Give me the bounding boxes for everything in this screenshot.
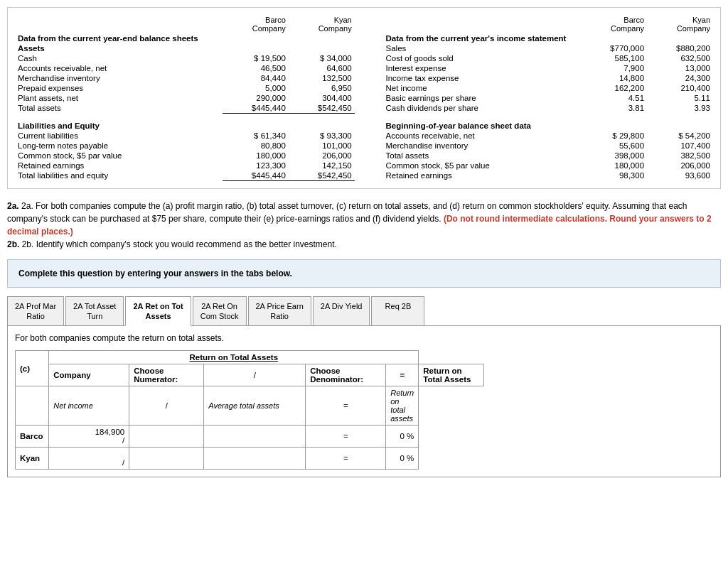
q2b-label: 2b. <box>7 239 19 249</box>
content-area: For both companies compute the return on… <box>7 326 721 477</box>
eps-label: Basic earnings per share <box>383 93 572 103</box>
totalliab-barco: $445,440 <box>223 170 289 181</box>
barco-slash-inline: / <box>122 436 124 445</box>
plant-kyan: 304,400 <box>289 93 355 103</box>
kyan-result-value: 0 <box>400 454 404 462</box>
prepaid-kyan: 6,950 <box>289 83 355 93</box>
prepaid-label: Prepaid expenses <box>15 83 223 93</box>
tab-div-yield[interactable]: 2A Div Yield <box>313 296 370 326</box>
formula-result: Return on total assets <box>386 386 419 426</box>
begin-cs-kyan: 206,000 <box>647 161 713 170</box>
curliab-label: Current liabilities <box>15 131 223 141</box>
instruction-box: Complete this question by entering your … <box>7 259 721 288</box>
kyan-equals: = <box>306 448 386 470</box>
kyan-denominator-input[interactable] <box>208 454 301 462</box>
ar-label: Accounts receivable, net <box>15 63 223 73</box>
kyan-slash-inline: / <box>122 458 124 467</box>
ltnotes-kyan: 101,000 <box>289 141 355 151</box>
begin-ar-barco: $ 29,800 <box>572 131 647 141</box>
financial-table: BarcoCompany KyanCompany BarcoCompany Ky… <box>15 15 713 181</box>
begin-inv-label: Merchandise inventory <box>383 141 572 151</box>
barco-denominator-cell <box>204 426 306 448</box>
totalliab-label: Total liabilities and equity <box>15 170 223 181</box>
begin-re-label: Retained earnings <box>383 170 572 181</box>
tab-price-earn-ratio[interactable]: 2A Price EarnRatio <box>248 296 311 326</box>
ar-barco: 46,500 <box>223 63 289 73</box>
instruction-text: Complete this question by entering your … <box>18 269 292 278</box>
section-label: (c) <box>16 351 49 386</box>
cash-label: Cash <box>15 53 223 63</box>
ltnotes-barco: 80,800 <box>223 141 289 151</box>
commonstock-kyan: 206,000 <box>289 151 355 161</box>
eps-barco: 4.51 <box>572 93 647 103</box>
cogs-label: Cost of goods sold <box>383 53 572 63</box>
formula-numerator: Net income <box>49 386 129 426</box>
totalassets-kyan: $542,450 <box>289 103 355 114</box>
col-numerator-header: Choose Numerator: <box>129 364 204 386</box>
retained-label: Retained earnings <box>15 161 223 170</box>
cogs-barco: 585,100 <box>572 53 647 63</box>
begin-inv-barco: 55,600 <box>572 141 647 151</box>
begin-re-barco: 98,300 <box>572 170 647 181</box>
curliab-kyan: $ 93,300 <box>289 131 355 141</box>
formula-equals: = <box>306 386 386 426</box>
barco-company-label: Barco <box>16 426 49 448</box>
question-text: 2a. 2a. For both companies compute the (… <box>7 200 721 251</box>
plant-barco: 290,000 <box>223 93 289 103</box>
totalassets-label: Total assets <box>15 103 223 114</box>
tab-ret-on-com-stock[interactable]: 2A Ret OnCom Stock <box>193 296 247 326</box>
kyan-denominator-cell <box>204 448 306 470</box>
table-title: Return on Total Assets <box>49 351 419 364</box>
cash-barco: $ 19,500 <box>223 53 289 63</box>
totalliab-kyan: $542,450 <box>289 170 355 181</box>
col-result-header: Return on Total Assets <box>419 364 484 386</box>
interest-label: Interest expense <box>383 63 572 73</box>
begin-ar-label: Accounts receivable, net <box>383 131 572 141</box>
commonstock-label: Common stock, $5 par value <box>15 151 223 161</box>
begin-re-kyan: 93,600 <box>647 170 713 181</box>
begin-title: Beginning-of-year balance sheet data <box>383 121 713 131</box>
formula-section-label <box>16 386 49 426</box>
barco-numerator-input[interactable] <box>53 428 124 436</box>
begin-cs-barco: 180,000 <box>572 161 647 170</box>
tax-label: Income tax expense <box>383 73 572 83</box>
barco-equals: = <box>306 426 386 448</box>
formula-denominator: Average total assets <box>204 386 306 426</box>
interest-barco: 7,900 <box>572 63 647 73</box>
tab-tot-asset-turn[interactable]: 2A Tot AssetTurn <box>65 296 124 326</box>
sales-barco: $770,000 <box>572 43 647 53</box>
col-equals-header: = <box>386 364 419 386</box>
barco-header-left: BarcoCompany <box>223 15 289 33</box>
liab-title: Liabilities and Equity <box>15 121 223 131</box>
content-description: For both companies compute the return on… <box>15 333 713 343</box>
divshare-barco: 3.81 <box>572 103 647 114</box>
retained-barco: 123,300 <box>223 161 289 170</box>
assets-label: Assets <box>15 43 223 53</box>
barco-pct: % <box>407 432 414 440</box>
plant-label: Plant assets, net <box>15 93 223 103</box>
netincome-label: Net income <box>383 83 572 93</box>
sales-label: Sales <box>383 43 572 53</box>
q2a-label: 2a. <box>7 201 19 211</box>
begin-assets-label: Total assets <box>383 151 572 161</box>
tab-prof-mar-ratio[interactable]: 2A Prof MarRatio <box>7 296 64 326</box>
kyan-numerator-input[interactable] <box>53 450 124 458</box>
kyan-header-left: KyanCompany <box>289 15 355 33</box>
eps-kyan: 5.11 <box>647 93 713 103</box>
kyan-slash <box>129 448 204 470</box>
col-denominator-header: Choose Denominator: <box>306 364 386 386</box>
balance-sheet-title: Data from the current year-end balance s… <box>15 33 355 43</box>
barco-numerator-cell: / <box>49 426 129 448</box>
kyan-row: Kyan / = 0 % <box>16 448 484 470</box>
inventory-barco: 84,440 <box>223 73 289 83</box>
kyan-header-right: KyanCompany <box>647 15 713 33</box>
formula-slash: / <box>129 386 204 426</box>
tax-kyan: 24,300 <box>647 73 713 83</box>
begin-inv-kyan: 107,400 <box>647 141 713 151</box>
commonstock-barco: 180,000 <box>223 151 289 161</box>
barco-denominator-input[interactable] <box>208 432 301 440</box>
tab-ret-on-tot-assets[interactable]: 2A Ret on TotAssets <box>125 296 191 327</box>
tab-req-2b[interactable]: Req 2B <box>371 296 424 326</box>
tabs-container: 2A Prof MarRatio 2A Tot AssetTurn 2A Ret… <box>7 296 721 327</box>
cash-kyan: $ 34,000 <box>289 53 355 63</box>
